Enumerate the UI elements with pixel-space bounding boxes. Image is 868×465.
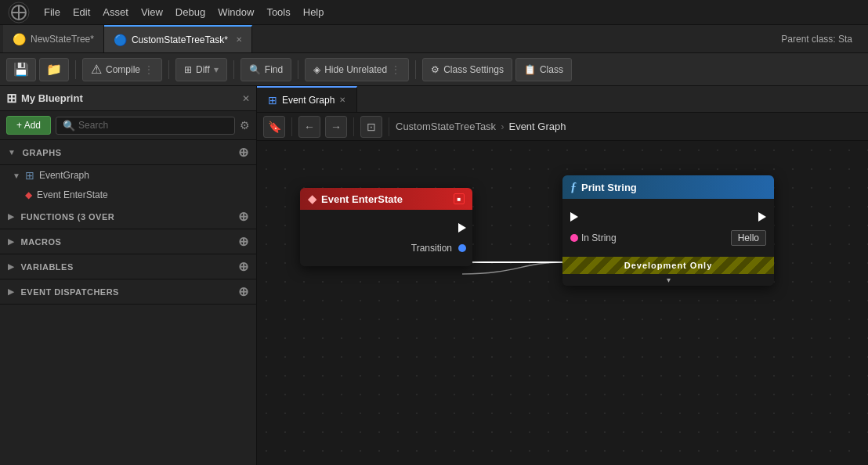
functions-label: FUNCTIONS (3 OVER — [21, 212, 115, 222]
section-event-dispatchers[interactable]: ▶ EVENT DISPATCHERS ⊕ — [0, 279, 256, 305]
hide-unrelated-label: Hide Unrelated — [324, 64, 387, 75]
menu-asset[interactable]: Asset — [103, 6, 128, 18]
tree-item-event-enter-state[interactable]: ◆ Event EnterState — [0, 186, 256, 204]
find-button[interactable]: 🔍 Find — [241, 58, 291, 81]
print-string-header-icon: ƒ — [570, 180, 577, 194]
tab-custom-state-tree-task-close[interactable]: ✕ — [236, 35, 242, 44]
class-settings-button[interactable]: ⚙ Class Settings — [422, 58, 512, 81]
toolbar-sep-3 — [233, 60, 234, 79]
menu-help[interactable]: Help — [303, 6, 324, 18]
left-panel-toolbar: + Add 🔍 ⚙ — [0, 111, 256, 140]
macros-arrow: ▶ — [8, 237, 15, 246]
transition-label: Transition — [411, 243, 452, 254]
print-string-in-string-row: In String Hello — [562, 227, 774, 249]
search-input[interactable] — [78, 120, 228, 131]
bookmark-icon: 🔖 — [268, 121, 281, 133]
my-blueprint-icon: ⊞ — [6, 91, 16, 106]
dev-only-banner: Development Only — [562, 257, 774, 274]
graph-tab-icon: ⊞ — [268, 94, 277, 106]
tab-new-state-tree-icon: 🟡 — [13, 33, 26, 45]
left-panel-close-button[interactable]: ✕ — [242, 93, 250, 104]
section-functions[interactable]: ▶ FUNCTIONS (3 OVER ⊕ — [0, 204, 256, 229]
menu-debug[interactable]: Debug — [175, 6, 205, 18]
in-string-label: In String — [581, 232, 617, 243]
left-panel: ⊞ My Blueprint ✕ + Add 🔍 ⚙ ▼ GRAPHS ⊕ — [0, 86, 257, 465]
hide-unrelated-icon: ◈ — [313, 64, 320, 75]
left-panel-header: ⊞ My Blueprint ✕ — [0, 86, 256, 111]
breadcrumb-custom-state-tree-task[interactable]: CustomStateTreeTask — [396, 121, 496, 132]
tab-new-state-tree-label: NewStateTree* — [31, 34, 94, 45]
variables-add-button[interactable]: ⊕ — [238, 259, 249, 274]
event-enter-state-label: Event EnterState — [37, 189, 108, 200]
compile-button[interactable]: ⚠ Compile ⋮ — [82, 58, 162, 81]
bookmark-button[interactable]: 🔖 — [263, 116, 285, 138]
graphs-add-button[interactable]: ⊕ — [238, 145, 249, 160]
compile-label: Compile — [106, 64, 140, 75]
event-enter-state-exec-row — [300, 218, 472, 238]
event-enter-state-icon: ◆ — [25, 189, 32, 200]
diff-label: Diff — [196, 64, 210, 75]
nav-fit-button[interactable]: ⊡ — [360, 116, 382, 138]
event-enter-state-close-button[interactable]: ■ — [454, 193, 465, 204]
panel-content: ▼ GRAPHS ⊕ ▼ ⊞ EventGraph ◆ Event EnterS… — [0, 140, 256, 465]
section-macros[interactable]: ▶ MACROS ⊕ — [0, 229, 256, 254]
nav-back-button[interactable]: ← — [298, 116, 320, 138]
event-enter-state-exec-out-pin — [458, 223, 466, 232]
hide-unrelated-button[interactable]: ◈ Hide Unrelated ⋮ — [305, 58, 409, 81]
transition-pin — [458, 244, 466, 252]
macros-add-button[interactable]: ⊕ — [238, 234, 249, 249]
event-graph-icon: ⊞ — [25, 169, 34, 182]
graph-tab-label: Event Graph — [282, 95, 335, 106]
in-string-value[interactable]: Hello — [731, 230, 766, 246]
class-label: Class — [540, 64, 563, 75]
nav-forward-button[interactable]: → — [325, 116, 347, 138]
save-button[interactable]: 💾 — [6, 58, 36, 81]
menu-tools[interactable]: Tools — [266, 6, 290, 18]
menu-file[interactable]: File — [44, 6, 60, 18]
class-icon: 📋 — [524, 64, 536, 75]
node-event-enter-state[interactable]: ◆ Event EnterState ■ Transition — [300, 188, 472, 266]
class-settings-label: Class Settings — [443, 64, 504, 75]
event-enter-state-transition-row: Transition — [300, 238, 472, 258]
graph-tab-bar: ⊞ Event Graph ✕ — [257, 86, 868, 113]
compile-icon: ⚠ — [91, 62, 102, 77]
settings-icon[interactable]: ⚙ — [240, 119, 250, 132]
find-icon: 🔍 — [249, 64, 261, 75]
menu-window[interactable]: Window — [218, 6, 254, 18]
menu-view[interactable]: View — [141, 6, 163, 18]
event-enter-state-node-title: Event EnterState — [321, 193, 403, 205]
dev-only-chevron[interactable]: ▾ — [562, 274, 774, 286]
event-dispatchers-label: EVENT DISPATCHERS — [21, 287, 119, 297]
compile-menu-icon: ⋮ — [144, 64, 154, 75]
graph-tab-close[interactable]: ✕ — [339, 96, 345, 104]
find-label: Find — [265, 64, 283, 75]
tab-custom-state-tree-task[interactable]: 🔵 CustomStateTreeTask* ✕ — [104, 25, 252, 52]
add-label: + Add — [16, 120, 41, 131]
graph-canvas[interactable]: ◆ Event EnterState ■ Transition — [257, 141, 868, 465]
diff-icon: ⊞ — [184, 64, 192, 75]
class-button[interactable]: 📋 Class — [515, 58, 572, 81]
node-print-string[interactable]: ƒ Print String In String — [562, 175, 774, 286]
graph-tab-event-graph[interactable]: ⊞ Event Graph ✕ — [257, 86, 357, 112]
functions-add-button[interactable]: ⊕ — [238, 209, 249, 224]
section-variables[interactable]: ▶ VARIABLES ⊕ — [0, 254, 256, 279]
functions-arrow: ▶ — [8, 212, 15, 221]
tab-custom-state-tree-task-label: CustomStateTreeTask* — [132, 34, 228, 45]
event-enter-state-body: Transition — [300, 210, 472, 266]
my-blueprint-title: ⊞ My Blueprint — [6, 91, 83, 106]
macros-label: MACROS — [21, 237, 62, 247]
browse-button[interactable]: 📁 — [39, 58, 69, 81]
tab-new-state-tree[interactable]: 🟡 NewStateTree* — [3, 25, 104, 52]
diff-button[interactable]: ⊞ Diff ▾ — [175, 58, 227, 81]
section-graphs[interactable]: ▼ GRAPHS ⊕ — [0, 140, 256, 165]
event-dispatchers-add-button[interactable]: ⊕ — [238, 284, 249, 299]
nav-back-icon: ← — [304, 121, 315, 133]
breadcrumb-event-graph: Event Graph — [508, 121, 566, 132]
menu-edit[interactable]: Edit — [73, 6, 90, 18]
my-blueprint-label: My Blueprint — [21, 92, 83, 104]
add-button[interactable]: + Add — [6, 116, 51, 135]
tree-item-event-graph[interactable]: ▼ ⊞ EventGraph — [0, 165, 256, 186]
hide-unrelated-menu-icon: ⋮ — [391, 64, 400, 75]
toolbar-sep-4 — [298, 60, 298, 79]
graph-nav-bar: 🔖 ← → ⊡ CustomStateTreeTask › Event Grap… — [257, 113, 868, 141]
